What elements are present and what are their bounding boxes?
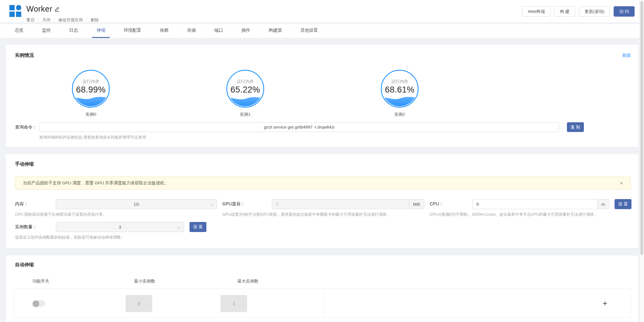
replicas-select[interactable]: 3 [56, 222, 184, 232]
instance-name: 实例1 [226, 112, 264, 117]
max-instances-value: 1 [221, 295, 247, 312]
memory-select[interactable]: 1G [56, 199, 217, 209]
build-button[interactable]: 构 建 [554, 6, 575, 17]
close-icon[interactable]: × [619, 180, 624, 187]
gauge-metric-label: 运行内存 [391, 79, 408, 84]
cpu-unit-addon: m [597, 199, 609, 209]
column-header-min-instances: 最小实例数 [134, 278, 155, 284]
tab-scaling[interactable]: 伸缩 [92, 24, 110, 38]
tab-bar: 总览 监控 日志 伸缩 环境配置 依赖 存储 端口 插件 构建源 其他设置 [0, 24, 644, 38]
tab-dependencies[interactable]: 依赖 [155, 24, 173, 38]
chevron-down-icon [177, 225, 180, 229]
autoscale-rule-row: 0 1 + [14, 288, 631, 318]
tab-build-source[interactable]: 构建源 [264, 24, 286, 38]
gauge-metric-label: 运行内存 [237, 79, 254, 84]
gauge-metric-label: 运行内存 [82, 79, 99, 84]
memory-gauge-instance1: 运行内存 65.22% 实例1 [226, 70, 264, 117]
copy-button[interactable]: 复 制 [567, 122, 584, 132]
tab-storage[interactable]: 存储 [183, 24, 200, 38]
gpu-unit-addon: MiB [409, 199, 424, 209]
app-action-links: 重启 关闭 修改所属应用 删除 [26, 18, 102, 22]
delete-link[interactable]: 删除 [87, 18, 102, 22]
gpu-memory-input[interactable] [272, 199, 409, 209]
visit-button[interactable]: 访 问 [614, 6, 635, 17]
instance-status-panel: 实例情况 刷新 [6, 45, 638, 147]
tab-monitor[interactable]: 监控 [38, 24, 55, 38]
refresh-link[interactable]: 刷新 [622, 53, 631, 58]
tab-ports[interactable]: 端口 [210, 24, 227, 38]
add-metric-button[interactable]: + [600, 298, 610, 309]
close-app-link[interactable]: 关闭 [39, 18, 55, 22]
replicas-select-value: 3 [119, 225, 121, 230]
auto-scaling-panel: 自动伸缩 功能开关 最小实例数 最大实例数 0 1 + [6, 256, 638, 322]
manual-scaling-panel: 手动伸缩 当前产品授权不支持 GPU 调度，需要 GPU 共享调度能力请获取企业… [6, 154, 638, 248]
memory-gauge-instance0: 运行内存 68.99% 实例0 [72, 70, 110, 117]
app-logo-icon [9, 5, 22, 18]
web-terminal-button[interactable]: Web终端 [522, 6, 551, 17]
rolling-update-button[interactable]: 更新(滚动) [579, 6, 610, 17]
chevron-down-icon [210, 202, 213, 206]
edit-title-icon[interactable] [54, 6, 60, 12]
column-header-max-instances: 最大实例数 [237, 278, 259, 284]
tab-overview[interactable]: 总览 [10, 24, 28, 38]
query-command-input[interactable] [39, 122, 559, 132]
tab-other-settings[interactable]: 其他设置 [296, 24, 322, 38]
memory-label: 内存： [15, 201, 28, 207]
autoscale-toggle[interactable] [33, 300, 45, 307]
scrollbar-thumb[interactable] [640, 1, 643, 255]
min-instances-value: 0 [126, 295, 152, 312]
tab-logs[interactable]: 日志 [65, 24, 82, 38]
replicas-help: 该值定义组件实例数量的初始值，实际值可能被自动伸缩调整。 [15, 235, 631, 240]
gpu-memory-label: GPU显存： [222, 201, 245, 207]
tab-env-config[interactable]: 环境配置 [119, 24, 146, 38]
restart-link[interactable]: 重启 [26, 18, 39, 22]
change-app-link[interactable]: 修改所属应用 [55, 18, 87, 22]
memory-gauges: 运行内存 68.99% 实例0 运行 [15, 70, 631, 117]
auto-scaling-title: 自动伸缩 [15, 262, 34, 267]
gauge-value: 68.61% [385, 85, 415, 95]
vertical-scrollbar[interactable] [639, 0, 644, 322]
column-header-switch: 功能开关 [32, 278, 49, 284]
memory-select-value: 1G [133, 202, 139, 207]
set-resources-button[interactable]: 设 置 [615, 199, 631, 209]
gpu-help: GPU设置为0则不分配GPU资源，请求显存超过集群中单颗显卡的最大可用容量时无法… [222, 212, 390, 217]
memory-help: CPU 限制值目前基于比例算法基于设置内存值计算。 [15, 212, 106, 217]
cpu-help: CPU分配额0为不限制，1000m=1core、超出集群中单节点CPU的最大可用… [430, 212, 598, 217]
gpu-license-alert: 当前产品授权不支持 GPU 调度，需要 GPU 共享调度能力请获取企业版授权。 … [15, 177, 631, 190]
app-header: Worker 重启 关闭 修改所属应用 删除 Web终端 [0, 0, 644, 22]
page-title: Worker [26, 4, 52, 13]
instance-name: 实例0 [72, 112, 110, 117]
alert-text: 当前产品授权不支持 GPU 调度，需要 GPU 共享调度能力请获取企业版授权。 [23, 180, 619, 186]
gauge-value: 68.99% [76, 85, 106, 95]
instance-panel-title: 实例情况 [15, 52, 34, 58]
cpu-label: CPU： [430, 201, 444, 207]
replicas-label: 实例数量： [15, 224, 37, 230]
tab-plugins[interactable]: 插件 [237, 24, 255, 38]
gauge-value: 65.22% [231, 85, 260, 95]
query-command-help: 查询详细的组件实例信息,请复制查询命令到集群管理节点查询 [39, 135, 631, 140]
memory-gauge-instance2: 运行内存 68.61% 实例2 [381, 70, 419, 117]
set-replicas-button[interactable]: 设 置 [190, 222, 206, 232]
query-command-label: 查询命令： [15, 124, 37, 130]
cpu-input[interactable] [472, 199, 597, 209]
instance-name: 实例2 [381, 112, 419, 117]
manual-scaling-title: 手动伸缩 [15, 161, 34, 166]
